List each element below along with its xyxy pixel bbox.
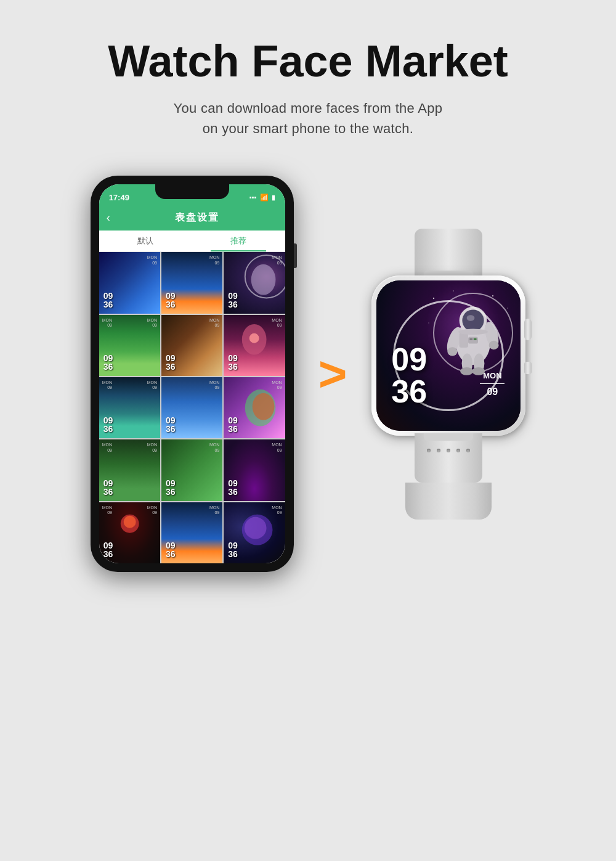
watch-face-cell[interactable]: MON090936MON09 (99, 377, 160, 438)
watch-face-cell[interactable]: 0936MON09 (224, 377, 285, 438)
watch-face-cell[interactable]: 0936MON09 (161, 252, 222, 313)
svg-point-19 (467, 315, 475, 321)
watch-screen: 09 36 MON 09 (376, 280, 521, 431)
phone-shell: 17:49 ▪▪▪ 📶 ▮ ‹ 表盘设置 默认 推荐 (91, 176, 294, 572)
watch-face-badge: MON09 (147, 505, 157, 516)
watch-face-badge: MON09 (209, 380, 219, 391)
watch-hour: 09 (391, 343, 427, 375)
watch-face-badge-top: MON09 (102, 318, 112, 328)
watch-face-time-label: 0936 (103, 354, 113, 371)
watch-band-bottom (415, 433, 482, 483)
watch-face-badge: MON09 (209, 505, 219, 516)
watch-face-cell[interactable]: 0936MON09 (99, 252, 160, 313)
svg-point-10 (433, 297, 434, 298)
watch-face-cell[interactable]: MON090936MON09 (99, 502, 160, 563)
watch-face-time-label: 0936 (166, 479, 176, 496)
svg-point-3 (249, 333, 259, 343)
watch-face-time-label: 0936 (228, 354, 238, 371)
watch-face-badge: MON09 (147, 443, 157, 453)
watch-face-date: MON 09 (480, 371, 505, 399)
wifi-icon: 📶 (260, 194, 269, 202)
watch-case: 09 36 MON 09 (371, 275, 525, 436)
app-bar-title: 表盘设置 (116, 211, 278, 224)
phone-notch (155, 184, 229, 199)
watch-face-time-label: 0936 (228, 479, 238, 496)
band-hole (456, 449, 460, 452)
tab-bar: 默认 推荐 (99, 231, 285, 252)
watch-face-badge-top: MON09 (102, 505, 112, 516)
watch-face-cell[interactable]: MON090936MON09 (99, 439, 160, 500)
status-icons: ▪▪▪ 📶 ▮ (249, 194, 275, 202)
phone-power-button (294, 243, 297, 268)
watch-face-cell[interactable]: 0936MON09 (224, 502, 285, 563)
watch-face-time-label: 0936 (166, 292, 176, 309)
signal-icon: ▪▪▪ (249, 194, 257, 201)
svg-point-11 (453, 290, 455, 292)
watch-band-bottom-extended (405, 483, 492, 520)
watch-face-cell[interactable]: 0936MON09 (224, 439, 285, 500)
watch-face-badge: MON09 (272, 443, 282, 453)
svg-rect-31 (460, 333, 468, 348)
watch-face-badge-top: MON09 (102, 443, 112, 453)
watch-face-time-label: 0936 (166, 354, 176, 371)
watch-face-time-label: 0936 (228, 416, 238, 433)
tab-default[interactable]: 默认 (99, 231, 192, 251)
svg-point-32 (458, 328, 488, 335)
svg-point-23 (489, 340, 499, 349)
watch-date-separator (480, 383, 505, 384)
svg-point-26 (461, 367, 474, 375)
watch-crown-button[interactable] (524, 319, 532, 340)
watch-face-time-label: 0936 (166, 541, 176, 558)
svg-point-12 (492, 295, 493, 296)
watch-face-time-label: 0936 (103, 479, 113, 496)
band-hole (466, 449, 470, 452)
watch-face-time-label: 0936 (103, 541, 113, 558)
page-title: Watch Face Market (108, 37, 508, 86)
watch-face-badge: MON09 (147, 380, 157, 391)
svg-point-22 (448, 347, 458, 356)
watch-face-grid: 0936MON090936MON090936MON09MON090936MON0… (99, 252, 285, 563)
band-holes (415, 433, 482, 452)
svg-point-18 (463, 309, 484, 331)
band-hole (437, 449, 440, 452)
tab-recommend[interactable]: 推荐 (192, 231, 285, 251)
watch-date-num: 09 (480, 386, 505, 399)
watch-face-cell[interactable]: 0936MON09 (224, 252, 285, 313)
watch-face-badge: MON09 (209, 318, 219, 328)
arrow-symbol: > (318, 349, 347, 399)
watch-face-cell[interactable]: 0936MON09 (161, 315, 222, 376)
watch-face-cell[interactable]: MON090936MON09 (99, 315, 160, 376)
svg-point-13 (508, 308, 509, 309)
main-content: 17:49 ▪▪▪ 📶 ▮ ‹ 表盘设置 默认 推荐 (91, 176, 526, 572)
status-time: 17:49 (109, 193, 129, 202)
watch-face-time-label: 0936 (103, 292, 113, 309)
watch-face-badge: MON09 (209, 443, 219, 453)
svg-point-5 (253, 393, 275, 420)
phone-mockup: 17:49 ▪▪▪ 📶 ▮ ‹ 表盘设置 默认 推荐 (91, 176, 294, 572)
svg-rect-29 (470, 338, 473, 340)
watch-face-time-label: 0936 (103, 416, 113, 433)
watch-face-cell[interactable]: 0936MON09 (161, 502, 222, 563)
watch-face-cell[interactable]: 0936MON09 (161, 377, 222, 438)
watch-band-top (415, 229, 482, 278)
watch-face-time-label: 0936 (228, 292, 238, 309)
svg-point-9 (245, 516, 267, 539)
app-bar: ‹ 表盘设置 (99, 208, 285, 231)
astronaut-illustration (419, 284, 517, 382)
band-hole (447, 449, 450, 452)
band-hole (427, 449, 431, 452)
watch-face-badge: MON09 (272, 380, 282, 391)
svg-rect-30 (474, 338, 477, 340)
watch-face-badge: MON09 (147, 318, 157, 328)
watch-minute: 36 (391, 375, 427, 407)
watch-crown-button-2[interactable] (524, 362, 532, 374)
watch-face-time: 09 36 (391, 343, 427, 407)
watch-face-badge-top: MON09 (102, 380, 112, 391)
battery-icon: ▮ (272, 194, 275, 202)
watch-mockup: 09 36 MON 09 (371, 229, 525, 520)
watch-face-cell[interactable]: 0936MON09 (161, 439, 222, 500)
svg-point-7 (123, 515, 136, 528)
back-button[interactable]: ‹ (107, 211, 110, 224)
watch-day: MON (480, 371, 505, 382)
watch-face-cell[interactable]: 0936MON09 (224, 315, 285, 376)
